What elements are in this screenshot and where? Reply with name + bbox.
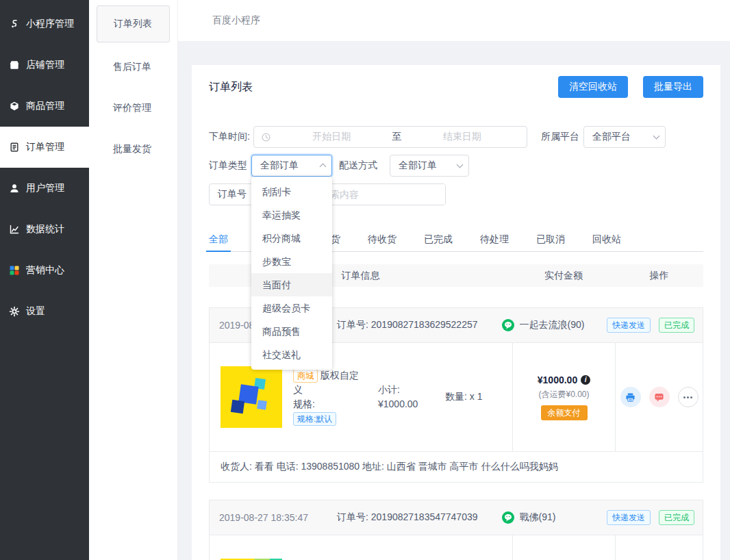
dropdown-item[interactable]: 积分商城 [251, 227, 332, 250]
header-buttons: 清空回收站 批量导出 [558, 76, 703, 98]
order-actions-cell [616, 535, 703, 560]
wechat-icon [502, 319, 514, 331]
date-separator: 至 [390, 131, 405, 143]
filter-row-type: 订单类型 全部订单 配送方式 全部订单 [209, 155, 703, 177]
info-icon[interactable]: i [581, 375, 590, 385]
panel-header: 订单列表 清空回收站 批量导出 [209, 65, 703, 98]
sidebar-item-goods[interactable]: 商品管理 [0, 86, 89, 127]
chevron-down-icon [653, 133, 660, 140]
sidebar-item-label: 店铺管理 [26, 59, 64, 71]
paid-amount: ¥1000.00 i [538, 374, 590, 385]
tab-recycle[interactable]: 回收站 [592, 227, 621, 251]
dropdown-item[interactable]: 刮刮卡 [251, 180, 332, 203]
dropdown-item[interactable]: 社交送礼 [251, 343, 332, 366]
order-number: 订单号: 20190827183629522257 [337, 319, 478, 331]
product-info: 商城 版权自定义 规格: 规格:默认 [293, 368, 367, 426]
dropdown-item-highlighted[interactable]: 当面付 [251, 273, 332, 296]
print-button[interactable] [620, 387, 641, 407]
order-tags: 快递发送 已完成 [607, 510, 694, 525]
order-icon [9, 142, 20, 153]
delivery-tag: 快递发送 [607, 510, 651, 525]
submenu-item-reviews[interactable]: 评价管理 [89, 88, 177, 129]
delivery-label: 配送方式 [339, 160, 377, 172]
order-number-value: 20190827183547747039 [371, 511, 478, 522]
quantity: 数量: x 1 [445, 391, 482, 403]
clear-recycle-button[interactable]: 清空回收站 [558, 76, 628, 98]
order-body: 商城 版权自定义 [210, 535, 703, 560]
order-amount-cell: ¥1000.00 i (含运费¥0.00) 余额支付 [513, 343, 616, 451]
stats-icon [9, 224, 20, 235]
spec-label: 规格: [293, 397, 367, 411]
dropdown-item[interactable]: 商品预售 [251, 320, 332, 343]
status-badge: 已完成 [659, 510, 694, 525]
sidebar-item-stats[interactable]: 数据统计 [0, 209, 89, 250]
delivery-select-value: 全部订单 [399, 160, 437, 172]
delivery-tag: 快递发送 [607, 318, 651, 333]
date-range-input[interactable]: 开始日期 至 结束日期 [253, 126, 527, 148]
subtotal: 小计: ¥1000.00 [378, 383, 434, 411]
search-input[interactable] [312, 184, 445, 205]
subtotal-value: ¥1000.00 [378, 397, 434, 411]
date-end-placeholder: 结束日期 [405, 131, 520, 143]
dropdown-item[interactable]: 超级会员卡 [251, 296, 332, 320]
sidebar-item-label: 用户管理 [26, 182, 64, 194]
sidebar-item-marketing[interactable]: 营销中心 [0, 250, 89, 291]
payment-method-tag: 余额支付 [541, 405, 588, 420]
dropdown-item[interactable]: 幸运抽奖 [251, 203, 332, 227]
secondary-sidebar: 订单列表 售后订单 评价管理 批量发货 [89, 0, 178, 560]
tab-shipped[interactable]: 待收货 [368, 227, 397, 251]
order-number-label: 订单号: [337, 319, 368, 330]
batch-export-button[interactable]: 批量导出 [643, 76, 703, 98]
platform-label: 所属平台 [541, 131, 579, 143]
buyer: 戰佛(91) [502, 511, 556, 524]
message-button[interactable] [649, 387, 670, 407]
more-actions-button[interactable] [678, 387, 698, 407]
sidebar-item-miniapp[interactable]: 小程序管理 [0, 3, 89, 44]
sidebar-item-orders[interactable]: 订单管理 [0, 127, 89, 168]
tab-completed[interactable]: 已完成 [424, 227, 453, 251]
breadcrumb[interactable]: 百度小程序 [212, 14, 260, 27]
tab-pending[interactable]: 待处理 [480, 227, 509, 251]
buyer-name: 一起去流浪(90) [520, 319, 585, 331]
submenu-item-aftersale[interactable]: 售后订单 [89, 47, 177, 88]
order-type-select[interactable]: 全部订单 [251, 155, 332, 177]
order-type-select-value: 全部订单 [260, 160, 299, 172]
spec-tag: 规格:默认 [293, 412, 336, 426]
sidebar-item-label: 小程序管理 [26, 18, 74, 30]
submenu-item-batch-ship[interactable]: 批量发货 [89, 129, 177, 170]
clock-icon [261, 132, 271, 142]
sidebar-item-shop[interactable]: 店铺管理 [0, 44, 89, 86]
search-field-value: 订单号 [218, 188, 247, 201]
sidebar-item-label: 营销中心 [26, 264, 64, 277]
delivery-select[interactable]: 全部订单 [390, 155, 469, 177]
page-title: 订单列表 [209, 80, 253, 94]
order-datetime: 2019-08-27 18:35:47 [219, 512, 337, 523]
platform-select[interactable]: 全部平台 [583, 126, 666, 148]
tab-cancelled[interactable]: 已取消 [536, 227, 565, 251]
wechat-icon [502, 511, 514, 524]
sidebar-item-label: 订单管理 [26, 141, 64, 153]
order-number-value: 20190827183629522257 [371, 319, 478, 330]
sidebar-item-settings[interactable]: 设置 [0, 291, 89, 332]
shop-icon [9, 60, 20, 71]
status-badge: 已完成 [659, 318, 694, 333]
sidebar-item-users[interactable]: 用户管理 [0, 168, 89, 209]
chevron-down-icon [457, 162, 464, 168]
dropdown-item[interactable]: 步数宝 [251, 250, 332, 273]
order-actions-cell [616, 343, 703, 451]
order-number: 订单号: 20190827183547747039 [337, 511, 478, 524]
shipping-address: 收货人: 看看 电话: 13908851080 地址: 山西省 晋城市 高平市 … [210, 451, 703, 482]
filter-row-time: 下单时间: 开始日期 至 结束日期 所属平台 全部平台 [209, 126, 703, 148]
order-list-panel: 订单列表 清空回收站 批量导出 下单时间: [192, 65, 720, 560]
freight-note: (含运费¥0.00) [538, 389, 589, 400]
order-tags: 快递发送 已完成 [607, 318, 694, 333]
buyer: 一起去流浪(90) [502, 319, 585, 331]
buyer-name: 戰佛(91) [520, 511, 556, 524]
sidebar-item-label: 设置 [26, 305, 45, 318]
submenu-item-order-list[interactable]: 订单列表 [97, 5, 170, 42]
col-actions: 操作 [615, 270, 703, 282]
content-area: 订单列表 清空回收站 批量导出 下单时间: [178, 41, 730, 560]
tab-all[interactable]: 全部 [209, 227, 228, 251]
marketing-icon [9, 265, 20, 276]
order-type-label: 订单类型 [209, 160, 247, 172]
